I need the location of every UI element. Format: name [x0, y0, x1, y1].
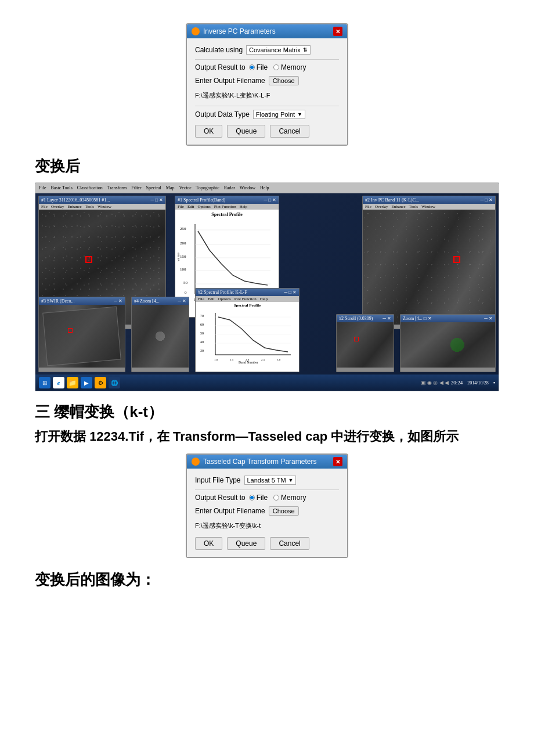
- dialog1-datatype-dropdown[interactable]: Floating Point ▼: [253, 110, 305, 119]
- zoom2-close-icon[interactable]: ✕: [489, 316, 493, 321]
- section3-text: 打开数据 12234.Tif，在 Transform—Tasseled cap …: [35, 428, 499, 445]
- sp2-file[interactable]: File: [198, 297, 204, 301]
- zoom1-close-icon[interactable]: ✕: [182, 298, 186, 304]
- sp2-plotfn[interactable]: Plot Function: [234, 297, 257, 301]
- sp2-options[interactable]: Options: [218, 297, 231, 301]
- sp1-edit[interactable]: Edit: [187, 204, 194, 209]
- win-layer1-min-icon[interactable]: ─: [150, 197, 154, 203]
- start-button-icon[interactable]: ⊞: [39, 377, 50, 388]
- dialog1-memory-radio[interactable]: Memory: [273, 63, 306, 71]
- zoom2-min-icon[interactable]: ─: [484, 316, 488, 321]
- dialog2-choose-button[interactable]: Choose: [269, 506, 299, 516]
- dialog2-file-radio[interactable]: File: [249, 494, 268, 502]
- spectral2-menu: File Edit Options Plot Function Help: [196, 296, 299, 302]
- sp1-file[interactable]: File: [178, 204, 184, 209]
- svg-text:2.5: 2.5: [261, 358, 265, 361]
- taskbar-date: 2014/10/28: [467, 380, 488, 386]
- dialog1-close-button[interactable]: ✕: [333, 27, 342, 36]
- dialog1-ok-button[interactable]: OK: [195, 125, 222, 138]
- dialog1-queue-button[interactable]: Queue: [227, 125, 265, 138]
- sp1-plotfn[interactable]: Plot Function: [214, 204, 236, 209]
- small1-marker: [68, 328, 73, 333]
- dialog2-close-button[interactable]: ✕: [333, 457, 342, 466]
- spectral2-chart-title: Spectral Profile: [198, 303, 297, 308]
- envi-win-zoom2: Zoom [4... □ ✕ ─ ✕: [400, 314, 496, 372]
- dialog1-calculate-dropdown[interactable]: Covariance Matrix ⇅: [246, 45, 311, 55]
- win-overlay[interactable]: Overlay: [51, 204, 64, 209]
- dialog2-queue-button[interactable]: Queue: [227, 537, 265, 550]
- scroll-min-icon[interactable]: ─: [383, 316, 386, 321]
- section1-title: 变换后: [35, 156, 499, 177]
- invpc-window[interactable]: Window: [421, 204, 435, 209]
- envi-background: File Basic Tools Classification Transfor…: [35, 183, 499, 391]
- menu-file[interactable]: File: [39, 185, 46, 190]
- invpc-min-icon[interactable]: ─: [480, 197, 484, 203]
- spectral1-max-icon[interactable]: □: [268, 197, 271, 203]
- spectral2-max-icon[interactable]: □: [288, 290, 291, 295]
- ie-icon[interactable]: e: [53, 377, 64, 388]
- spectral1-close-icon[interactable]: ✕: [272, 197, 276, 203]
- dialog2-ok-button[interactable]: OK: [195, 537, 222, 550]
- menu-topographic[interactable]: Topographic: [196, 185, 219, 190]
- menu-map[interactable]: Map: [166, 185, 175, 190]
- invpc-file[interactable]: File: [365, 204, 371, 209]
- spectral1-min-icon[interactable]: ─: [264, 197, 267, 203]
- dialog2-icon: [192, 458, 200, 466]
- menu-basictools[interactable]: Basic Tools: [50, 185, 72, 190]
- small1-min-icon[interactable]: ─: [114, 298, 117, 304]
- menu-help[interactable]: Help: [260, 185, 269, 190]
- dialog1-calculate-row: Calculate using Covariance Matrix ⇅: [195, 45, 339, 55]
- menu-filter[interactable]: Filter: [131, 185, 141, 190]
- sp1-options[interactable]: Options: [198, 204, 211, 209]
- spectral2-close-icon[interactable]: ✕: [293, 290, 297, 295]
- settings-icon[interactable]: ⚙: [95, 377, 106, 388]
- menu-vector[interactable]: Vector: [179, 185, 191, 190]
- taskbar-right: ▣ ◉ ◎ ◀ ◀ 20:24 2014/10/28 ▪: [421, 380, 495, 386]
- menu-classification[interactable]: Classification: [77, 185, 103, 190]
- dialog1-choose-button[interactable]: Choose: [269, 76, 299, 85]
- dialog2-cancel-button[interactable]: Cancel: [270, 537, 309, 550]
- menu-window[interactable]: Window: [240, 185, 255, 190]
- win-layer1-close-icon[interactable]: ✕: [159, 197, 163, 203]
- invpc-enhance[interactable]: Enhance: [391, 204, 405, 209]
- sp2-edit[interactable]: Edit: [208, 297, 215, 301]
- win-layer1-title: #1 Layer 31122016_034500581 #1...: [41, 197, 110, 203]
- filename-bold: 12234.Tif: [89, 429, 144, 444]
- invpc-close-icon[interactable]: ✕: [489, 197, 493, 203]
- sp2-help[interactable]: Help: [260, 297, 268, 301]
- spectral1-controls: ─ □ ✕: [264, 197, 276, 203]
- scroll-close-icon[interactable]: ✕: [387, 316, 391, 321]
- win-tools[interactable]: Tools: [85, 204, 94, 209]
- win-enhance[interactable]: Enhance: [67, 204, 81, 209]
- svg-text:40: 40: [200, 340, 204, 344]
- spectral2-min-icon[interactable]: ─: [284, 290, 287, 295]
- network-icon[interactable]: 🌐: [109, 377, 120, 388]
- menu-radar[interactable]: Radar: [224, 185, 235, 190]
- invpc-tools[interactable]: Tools: [409, 204, 418, 209]
- small1-close-icon[interactable]: ✕: [118, 298, 122, 304]
- invpc-max-icon[interactable]: □: [485, 197, 488, 203]
- zoom1-image: [132, 305, 189, 368]
- dialog1-cancel-button[interactable]: Cancel: [270, 125, 309, 138]
- media-icon[interactable]: ▶: [81, 377, 92, 388]
- sp1-help[interactable]: Help: [240, 204, 248, 209]
- transform-bold: Transform—Tasseled cap: [173, 429, 327, 444]
- taskbar-show-desktop-icon[interactable]: ▪: [493, 380, 495, 386]
- zoom1-min-icon[interactable]: ─: [178, 298, 181, 304]
- dialog1-calculate-label: Calculate using: [195, 46, 243, 54]
- dropdown-arrow-icon: ⇅: [303, 47, 308, 53]
- dialog2-file-radio-icon: [249, 495, 255, 501]
- dialog1-file-radio[interactable]: File: [249, 63, 268, 71]
- folder-icon[interactable]: 📁: [67, 377, 78, 388]
- small1-title-text: #3 SWIR (Deco...: [41, 298, 75, 304]
- menu-transform[interactable]: Transform: [107, 185, 127, 190]
- invpc-overlay[interactable]: Overlay: [375, 204, 388, 209]
- dialog2-memory-radio[interactable]: Memory: [273, 494, 306, 502]
- win-file[interactable]: File: [41, 204, 48, 209]
- win-layer1-max-icon[interactable]: □: [155, 197, 158, 203]
- dialog2-input-dropdown[interactable]: Landsat 5 TM ▼: [244, 476, 297, 485]
- menu-spectral[interactable]: Spectral: [146, 185, 161, 190]
- win-window[interactable]: Window: [98, 204, 111, 209]
- scroll-titlebar: #2 Scroll (0.0309) ─ ✕: [337, 315, 394, 322]
- dialog2-output-label: Output Result to: [195, 494, 246, 502]
